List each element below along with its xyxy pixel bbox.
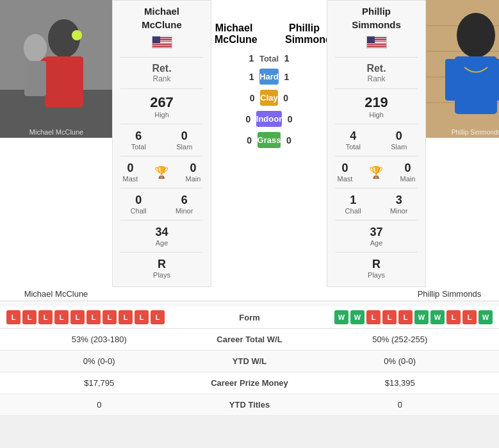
left-high-label: High	[150, 111, 174, 119]
svg-rect-6	[70, 58, 83, 96]
left-trophy-icon: 🏆	[154, 165, 168, 179]
left-mast-main-row: 0 Mast 🏆 0 Main	[116, 162, 208, 183]
right-total: 4 Total	[346, 129, 361, 151]
form-badge-left: L	[54, 310, 69, 324]
right-player-name2: Simmonds	[352, 19, 401, 30]
stat-right-value: 50% (252-255)	[307, 335, 493, 344]
left-rank-section: Ret. Rank	[152, 63, 171, 83]
right-age-value: 37	[370, 226, 382, 239]
form-badge-right: L	[446, 310, 461, 324]
svg-rect-9	[24, 61, 46, 96]
stat-row: 53% (203-180) Career Total W/L 50% (252-…	[0, 329, 499, 351]
form-badge-left: L	[70, 310, 85, 324]
clay-left: 0	[244, 93, 260, 103]
right-rank-label: Rank	[366, 74, 386, 83]
photo-names-row: Michael McClune Phillip Simmonds	[0, 287, 499, 301]
indoor-left: 0	[240, 114, 256, 124]
left-age-value: 34	[155, 226, 168, 239]
stat-left-value: 0% (0-0)	[6, 356, 192, 366]
form-badge-right: W	[334, 310, 348, 324]
left-chall-minor-row: 0 Chall 6 Minor	[116, 194, 208, 215]
total-left: 1	[243, 53, 259, 63]
left-player-name2: McClune	[142, 19, 182, 30]
bottom-stats-section: LLLLLLLLLL Form WWLLLWWLLW 53% (203-180)…	[0, 301, 499, 416]
surface-comparison: Michael McClune Phillip Simmonds 1 Total…	[211, 0, 327, 287]
form-badge-right: W	[430, 310, 445, 324]
stat-right-value: 0	[307, 400, 493, 410]
left-main: 0 Main	[186, 162, 201, 183]
svg-rect-20	[445, 59, 459, 101]
left-total: 6 Total	[131, 129, 146, 151]
right-rank-section: Ret. Rank	[366, 63, 386, 83]
left-player-card: Michael McClune Ret. Rank 267 High 6 Tot…	[112, 0, 211, 287]
form-badge-right: W	[414, 310, 429, 324]
svg-point-8	[24, 34, 47, 62]
form-badge-right: W	[479, 310, 493, 324]
form-badge-left: L	[135, 310, 149, 324]
left-photo-name: Michael McClune	[0, 287, 112, 301]
left-plays-label: Plays	[153, 271, 170, 279]
stat-row: 0% (0-0) YTD W/L 0% (0-0)	[0, 351, 499, 372]
stat-row: 0 YTD Titles 0	[0, 394, 499, 416]
main-container: Michael McClune Michael McClune Ret. Ran…	[0, 0, 499, 416]
right-player-photo: Phillip Simmonds	[426, 0, 499, 138]
right-player-flag	[366, 36, 387, 49]
svg-point-7	[72, 30, 82, 40]
left-rank-value: Ret.	[152, 63, 171, 74]
form-badge-left: L	[86, 310, 101, 324]
right-player-name: Phillip	[362, 6, 391, 17]
stat-label: Career Total W/L	[192, 335, 307, 344]
grass-right: 0	[281, 135, 297, 145]
svg-text:Michael McClune: Michael McClune	[29, 128, 83, 136]
form-badge-right: L	[366, 310, 380, 324]
form-badge-right: W	[350, 310, 364, 324]
total-label: Total	[259, 54, 279, 63]
total-right: 1	[279, 53, 295, 63]
left-plays-value: R	[153, 258, 170, 271]
stat-label: YTD Titles	[192, 400, 307, 410]
left-minor: 6 Minor	[176, 194, 193, 215]
form-badge-right: L	[382, 310, 397, 324]
indoor-right: 0	[282, 114, 298, 124]
left-player-name-center: Michael McClune	[215, 22, 253, 46]
right-total-slam-row: 4 Total 0 Slam	[331, 129, 422, 151]
player-comparison-section: Michael McClune Michael McClune Ret. Ran…	[0, 0, 499, 287]
clay-right: 0	[278, 93, 294, 103]
form-badge-left: L	[102, 310, 117, 324]
right-rank-value: Ret.	[366, 63, 386, 74]
left-player-photo: Michael McClune	[0, 0, 112, 138]
hard-label: Hard	[259, 69, 279, 85]
stat-label: Career Prize Money	[192, 378, 307, 388]
left-high-value: 267	[150, 94, 174, 111]
stat-left-value: $17,795	[6, 378, 192, 388]
stat-left-value: 53% (203-180)	[6, 335, 192, 344]
form-badge-left: L	[38, 310, 53, 324]
grass-left: 0	[241, 135, 258, 145]
svg-rect-19	[455, 56, 497, 114]
clay-label: Clay	[260, 90, 277, 106]
surface-total-row: 1 Total 1	[243, 53, 295, 63]
stat-right-value: $13,395	[307, 378, 493, 388]
right-high-label: High	[364, 111, 388, 119]
svg-rect-21	[492, 59, 499, 101]
surface-grass-row: 0 Grass 0	[241, 132, 297, 148]
right-plays-label: Plays	[368, 271, 385, 279]
grass-label: Grass	[258, 132, 281, 148]
right-age-label: Age	[370, 239, 382, 247]
right-player-card: Phillip Simmonds Ret. Rank 219 High 4 To…	[327, 0, 426, 287]
right-mast-main-row: 0 Mast 🏆 0 Main	[331, 162, 422, 183]
indoor-label: Indoor	[256, 111, 282, 127]
stat-right-value: 0% (0-0)	[307, 356, 493, 366]
surface-clay-row: 0 Clay 0	[244, 90, 293, 106]
right-mast: 0 Mast	[338, 162, 353, 183]
right-slam: 0 Slam	[391, 129, 407, 151]
right-chall-minor-row: 1 Chall 3 Minor	[331, 194, 422, 215]
right-high-value: 219	[364, 94, 388, 111]
stat-left-value: 0	[6, 400, 192, 410]
right-player-name-center: Phillip Simmonds	[285, 22, 323, 46]
left-slam: 0 Slam	[176, 129, 192, 151]
form-badge-left: L	[151, 310, 165, 324]
right-chall: 1 Chall	[345, 194, 361, 215]
left-player-flag	[152, 36, 172, 49]
form-badge-right: L	[462, 310, 477, 324]
